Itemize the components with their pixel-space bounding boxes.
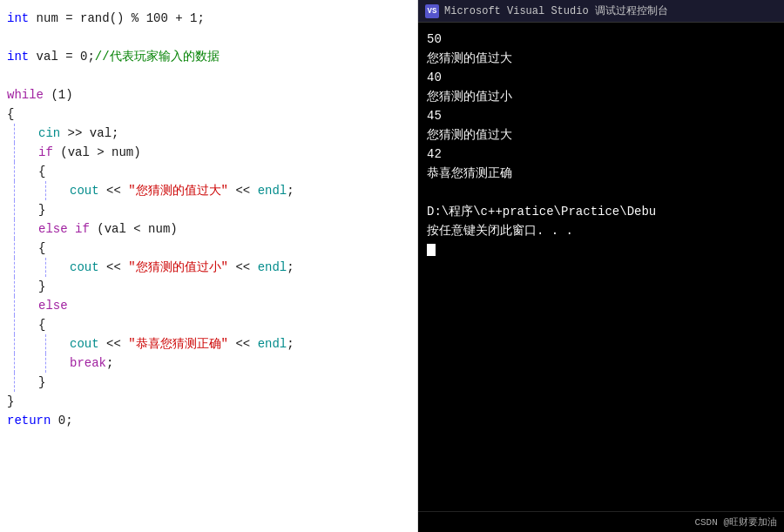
code-line: break; xyxy=(7,354,410,373)
code-editor: int num = rand() % 100 + 1;int val = 0;/… xyxy=(0,0,418,532)
console-line: 您猜测的值过大 xyxy=(427,125,775,145)
code-line xyxy=(7,66,410,85)
code-line: } xyxy=(7,392,410,411)
code-line: cin >> val; xyxy=(7,124,410,143)
console-line: 42 xyxy=(427,145,775,164)
console-line: 40 xyxy=(427,68,775,87)
console-cursor-line xyxy=(427,240,775,259)
console-line: 您猜测的值过小 xyxy=(427,87,775,106)
code-line: int num = rand() % 100 + 1; xyxy=(7,9,410,28)
console-panel: VS Microsoft Visual Studio 调试过程控制台 50您猜测… xyxy=(418,0,784,532)
console-line: 恭喜您猜测正确 xyxy=(427,164,775,183)
code-line: { xyxy=(7,239,410,258)
console-title: Microsoft Visual Studio 调试过程控制台 xyxy=(444,3,668,18)
code-line: else xyxy=(7,296,410,315)
code-line: } xyxy=(7,200,410,219)
code-line: { xyxy=(7,104,410,124)
vs-icon: VS xyxy=(425,4,439,18)
code-line: { xyxy=(7,162,410,181)
console-line: 按任意键关闭此窗口. . . xyxy=(427,221,775,240)
code-line: else if (val < num) xyxy=(7,219,410,239)
console-titlebar: VS Microsoft Visual Studio 调试过程控制台 xyxy=(418,0,784,23)
code-line: } xyxy=(7,373,410,392)
console-line: D:\程序\c++pratice\Practice\Debu xyxy=(427,202,775,221)
console-footer: CSDN @旺财要加油 xyxy=(418,511,784,532)
code-line: if (val > num) xyxy=(7,143,410,162)
code-line: cout << "您猜测的值过小" << endl; xyxy=(7,258,410,277)
console-line: 50 xyxy=(427,30,775,49)
console-output: 50您猜测的值过大40您猜测的值过小45您猜测的值过大42恭喜您猜测正确 D:\… xyxy=(418,23,784,511)
console-line: 45 xyxy=(427,106,775,125)
code-line: { xyxy=(7,315,410,334)
code-line xyxy=(7,28,410,47)
code-line: cout << "您猜测的值过大" << endl; xyxy=(7,181,410,200)
code-line: int val = 0;//代表玩家输入的数据 xyxy=(7,47,410,66)
code-line: while (1) xyxy=(7,85,410,104)
code-line: } xyxy=(7,277,410,296)
code-line: return 0; xyxy=(7,411,410,430)
console-line xyxy=(427,183,775,202)
cursor-block xyxy=(427,244,436,256)
code-line: cout << "恭喜您猜测正确" << endl; xyxy=(7,334,410,354)
console-line: 您猜测的值过大 xyxy=(427,49,775,68)
